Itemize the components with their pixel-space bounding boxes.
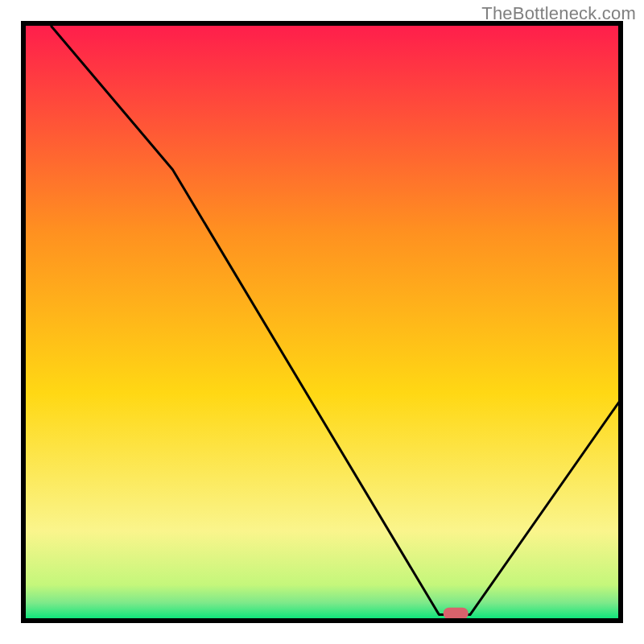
chart-stage: TheBottleneck.com [0, 0, 644, 644]
chart-svg [0, 0, 644, 644]
attribution-text: TheBottleneck.com [481, 3, 636, 24]
optimal-marker [444, 608, 469, 620]
plot-background [23, 23, 621, 621]
